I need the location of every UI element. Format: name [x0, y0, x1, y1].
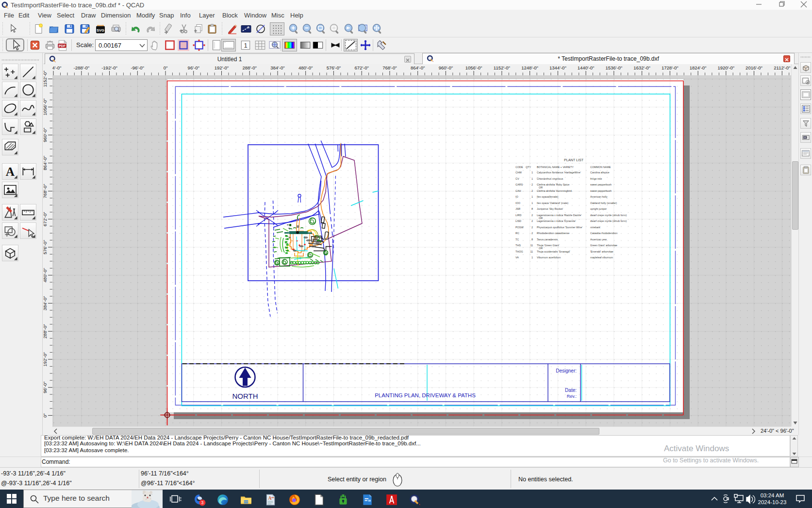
svg-text:1: 1	[244, 42, 247, 49]
svg-text:Rhododendron catawbiense: Rhododendron catawbiense	[537, 232, 569, 235]
svg-text:960'-0": 960'-0"	[439, 65, 453, 70]
svg-text:Juniperus 'Sky Rocket': Juniperus 'Sky Rocket'	[537, 207, 563, 210]
svg-text:THOG: THOG	[515, 250, 523, 253]
svg-text:192'-0": 192'-0"	[215, 65, 229, 70]
svg-text:Carolina allspice: Carolina allspice	[590, 171, 610, 174]
svg-text:Date:: Date:	[565, 388, 577, 393]
svg-text:POSW: POSW	[515, 226, 524, 229]
svg-text:-384'-0": -384'-0"	[52, 65, 61, 70]
svg-text:0": 0"	[164, 65, 168, 70]
svg-text:1: 1	[531, 171, 533, 174]
svg-text:mapleleaf viburnum: mapleleaf viburnum	[590, 256, 613, 259]
svg-text:-96'-0": -96'-0"	[131, 65, 144, 70]
svg-text:JSR: JSR	[515, 207, 520, 210]
svg-text:480'-0": 480'-0"	[298, 65, 313, 70]
svg-text:QTY: QTY	[526, 166, 531, 169]
svg-text:672'-0": 672'-0"	[354, 65, 368, 70]
svg-text:LISD: LISD	[515, 220, 521, 222]
svg-text:480'-0": 480'-0"	[43, 268, 48, 282]
svg-text:A: A	[268, 495, 271, 501]
svg-text:Clethra alnifolia 'Hummingbird: Clethra alnifolia 'Hummingbird	[537, 189, 572, 192]
svg-text:768'-0": 768'-0"	[43, 184, 48, 198]
svg-text:576'-0": 576'-0"	[327, 65, 341, 70]
svg-text:Physocarpus opulifolius 'Summe: Physocarpus opulifolius 'Summer Wine'	[537, 226, 582, 229]
svg-text:1152'-0": 1152'-0"	[43, 70, 48, 87]
svg-text:384'-0": 384'-0"	[270, 65, 284, 70]
svg-text:American holly: American holly	[590, 195, 608, 198]
svg-text:Rev.:: Rev.:	[567, 394, 577, 399]
svg-text:sweet pepperbush: sweet pepperbush	[590, 183, 612, 186]
svg-text:1: 1	[531, 195, 533, 198]
svg-text:Designer:: Designer:	[556, 368, 577, 373]
svg-text:Taxus canadensis: Taxus canadensis	[537, 238, 558, 241]
svg-text:2: 2	[531, 226, 533, 229]
svg-text:-192'-0": -192'-0"	[101, 65, 117, 70]
svg-text:ninebark: ninebark	[590, 226, 600, 229]
svg-text:CV: CV	[515, 177, 519, 180]
svg-text:'Emerald' arborvitae: 'Emerald' arborvitae	[590, 250, 613, 253]
svg-text:CARS: CARS	[515, 183, 523, 186]
svg-text:dwarf crepe myrtle (shrub form: dwarf crepe myrtle (shrub form)	[590, 220, 627, 222]
svg-text:2: 2	[531, 189, 533, 192]
svg-text:PLANT LIST: PLANT LIST	[564, 158, 584, 162]
svg-text:1824'-0": 1824'-0"	[690, 65, 707, 70]
svg-text:768'-0": 768'-0"	[382, 65, 397, 70]
svg-text:2: 2	[531, 183, 533, 186]
svg-text:864'-0": 864'-0"	[411, 65, 425, 70]
svg-text:fringe tree: fringe tree	[590, 177, 602, 180]
svg-text:8: 8	[531, 207, 533, 210]
svg-text:192'-0": 192'-0"	[43, 352, 48, 366]
svg-text:dwarf crepe myrtle (shrub form: dwarf crepe myrtle (shrub form)	[590, 214, 627, 217]
svg-text:3: 3	[201, 500, 204, 505]
svg-text:2: 2	[531, 232, 533, 235]
svg-text:Green Giant' arborvitae: Green Giant' arborvitae	[590, 244, 617, 247]
svg-text:OR: OR	[539, 217, 543, 220]
svg-text:1344'-0": 1344'-0"	[549, 65, 566, 70]
svg-text:Ilex opaca 'Oakland' (male): Ilex opaca 'Oakland' (male)	[537, 202, 568, 204]
svg-text:288'-0": 288'-0"	[242, 65, 256, 70]
svg-text:CAH: CAH	[515, 189, 521, 192]
svg-text:Thuja occidentalis 'Smaragd': Thuja occidentalis 'Smaragd'	[537, 250, 570, 253]
svg-text:Catawba rhododendron: Catawba rhododendron	[590, 232, 617, 235]
svg-text:-288'-0": -288'-0"	[73, 65, 89, 70]
svg-text:LIRD: LIRD	[515, 214, 521, 217]
svg-text:OR: OR	[539, 186, 543, 189]
svg-text:upright juniper: upright juniper	[590, 207, 607, 210]
svg-text:8: 8	[531, 238, 533, 241]
svg-text:IOO: IOO	[515, 202, 520, 204]
svg-text:BOTANICAL NAME + VARIETY: BOTANICAL NAME + VARIETY	[537, 166, 574, 169]
svg-text:RC: RC	[515, 232, 519, 235]
svg-text:1632'-0": 1632'-0"	[633, 65, 650, 70]
svg-text:384'-0": 384'-0"	[43, 296, 48, 310]
svg-text:1536'-0": 1536'-0"	[605, 65, 622, 70]
svg-text:864'-0": 864'-0"	[43, 156, 48, 170]
svg-text:1920'-0": 1920'-0"	[717, 65, 734, 70]
svg-text:1152'-0": 1152'-0"	[494, 65, 510, 70]
svg-text:American yew: American yew	[590, 238, 607, 241]
svg-text:SVG: SVG	[97, 28, 104, 33]
svg-text:OR: OR	[539, 247, 543, 250]
svg-text:1056'-0": 1056'-0"	[43, 99, 48, 116]
svg-text:Calycanthus floridanus 'Hartla: Calycanthus floridanus 'HartlageWine'	[537, 171, 581, 174]
svg-text:TC: TC	[515, 238, 519, 241]
svg-text:Viburnum acerfolium: Viburnum acerfolium	[537, 256, 561, 259]
svg-text:IO: IO	[515, 195, 518, 198]
svg-text:Oakland holly (smaller): Oakland holly (smaller)	[590, 202, 617, 204]
svg-text:960'-0": 960'-0"	[43, 128, 48, 142]
svg-text:PDF: PDF	[59, 44, 66, 48]
svg-text:Chionanthus virginicus: Chionanthus virginicus	[537, 177, 563, 180]
svg-text:Lagerstroemia x indica 'Razzle: Lagerstroemia x indica 'Razzle Dazzle'	[537, 214, 581, 217]
svg-text:CODE: CODE	[515, 166, 523, 169]
svg-text:COMMON NAME: COMMON NAME	[590, 166, 611, 169]
svg-text:CHW: CHW	[515, 171, 522, 174]
svg-text:1248'-0": 1248'-0"	[521, 65, 538, 70]
svg-text:11: 11	[530, 250, 533, 253]
svg-text:1440'-0": 1440'-0"	[578, 65, 595, 70]
svg-text:672'-0": 672'-0"	[43, 212, 48, 226]
svg-text:0": 0"	[43, 413, 48, 418]
svg-text:1728'-0": 1728'-0"	[662, 65, 679, 70]
svg-text:11: 11	[530, 244, 533, 247]
svg-text:2: 2	[531, 214, 533, 217]
svg-text:Lagerstroemia x indica 'Dynami: Lagerstroemia x indica 'Dynamite'	[537, 220, 576, 222]
svg-text:A: A	[5, 165, 15, 178]
